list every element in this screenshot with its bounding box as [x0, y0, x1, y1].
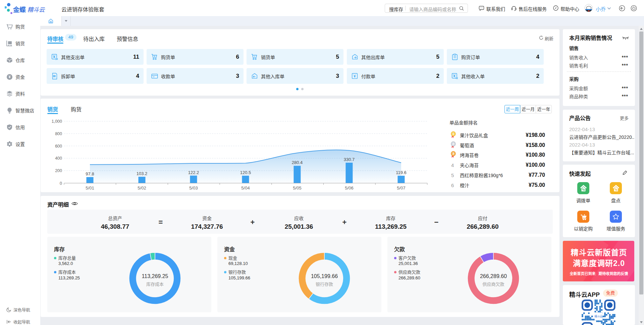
- svg-text:5/06: 5/06: [345, 185, 353, 191]
- svg-text:280.4: 280.4: [292, 160, 303, 165]
- svg-text:119.6: 119.6: [396, 170, 407, 175]
- svg-text:精斗云: 精斗云: [595, 315, 603, 318]
- svg-text:200: 200: [55, 168, 62, 173]
- svg-text:5/02: 5/02: [138, 185, 146, 191]
- svg-text:0: 0: [60, 181, 62, 186]
- svg-text:600: 600: [55, 144, 62, 149]
- svg-text:103.2: 103.2: [137, 171, 148, 176]
- svg-text:1: 1: [452, 132, 454, 136]
- svg-text:400: 400: [55, 156, 62, 161]
- svg-text:1,000: 1,000: [52, 119, 62, 124]
- svg-text:97.8: 97.8: [86, 171, 94, 176]
- svg-text:2: 2: [452, 142, 454, 146]
- svg-text:5/05: 5/05: [293, 185, 301, 191]
- svg-text:3: 3: [452, 152, 454, 155]
- svg-text:5/03: 5/03: [189, 185, 198, 191]
- svg-text:120.5: 120.5: [240, 170, 251, 175]
- svg-text:330.7: 330.7: [344, 157, 355, 162]
- svg-text:¥: ¥: [8, 75, 11, 79]
- svg-text:5/04: 5/04: [241, 185, 250, 191]
- svg-text:5/01: 5/01: [86, 185, 94, 191]
- svg-text:800: 800: [55, 131, 62, 136]
- svg-text:122.2: 122.2: [188, 170, 199, 175]
- svg-text:5/07: 5/07: [397, 185, 405, 191]
